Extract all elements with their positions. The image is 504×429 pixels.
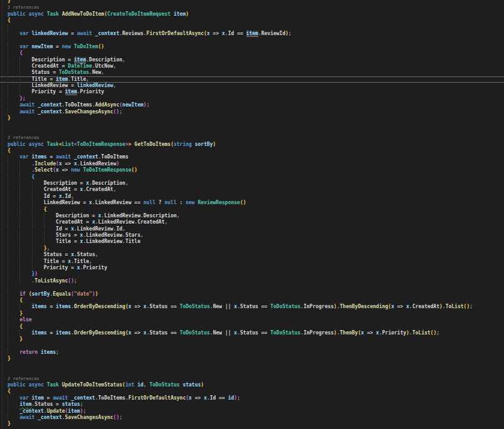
code-token: FirstOrDefaultAsync (129, 395, 186, 401)
code-line[interactable]: CreatedAt = x.CreatedAt, (8, 187, 504, 193)
code-line[interactable]: Stars = x.LinkedReview.Stars, (8, 232, 504, 239)
indent-guide (19, 187, 31, 193)
code-line[interactable]: CreatedAt = DateTime.UtcNow, (8, 63, 504, 70)
indent-guide (19, 226, 31, 232)
code-line[interactable]: { (8, 207, 504, 213)
code-line[interactable]: Priority = item.Priority (8, 89, 504, 95)
code-line[interactable]: await _context.ToDoItems.AddAsync(newIte… (8, 102, 504, 108)
code-line[interactable]: Title = x.LinkedReview.Title (8, 239, 504, 245)
code-line[interactable]: public async Task<List<ToDoItemResponse>… (8, 142, 504, 148)
indent-guide (8, 265, 19, 271)
code-line[interactable] (8, 284, 504, 291)
indent-guide (32, 239, 44, 245)
code-token: string (174, 142, 195, 147)
codelens-references[interactable]: 2 references (8, 376, 504, 382)
code-line[interactable]: var newItem = new ToDoItem() (8, 44, 504, 50)
code-line[interactable]: _context.Update(item); (8, 408, 504, 415)
code-token: ThenBy (340, 330, 358, 336)
code-line[interactable]: else (8, 317, 504, 323)
code-token: New (213, 304, 222, 309)
code-line[interactable]: }; (8, 96, 504, 102)
code-token: ToDoItems (101, 154, 128, 160)
code-line[interactable]: } (8, 115, 504, 121)
code-line[interactable]: .ToListAsync(); (8, 278, 504, 284)
code-line[interactable]: Description = x.Description, (8, 180, 504, 187)
code-line[interactable] (8, 369, 504, 375)
code-line[interactable]: { (8, 148, 504, 154)
code-line[interactable] (8, 128, 504, 135)
code-line[interactable]: Description = x.LinkedReview.Description… (8, 213, 504, 219)
code-line[interactable]: return items; (8, 349, 504, 356)
code-token: ; (288, 31, 291, 36)
code-token: SaveChangesAsync (65, 109, 113, 115)
code-line-current[interactable]: Title = item.Title, (8, 76, 504, 83)
code-token: , (125, 180, 129, 186)
code-line[interactable]: Description = item.Description, (8, 57, 504, 63)
code-line[interactable]: var items = await _context.ToDoItems (8, 154, 504, 160)
code-line[interactable]: .Include(x => x.LinkedReview) (8, 161, 504, 167)
indent-guide (8, 200, 19, 206)
code-line[interactable]: public async Task AddNewToDoItem(CreateT… (8, 11, 504, 18)
code-line[interactable]: } (8, 311, 504, 317)
code-line[interactable]: }, (8, 246, 504, 252)
code-line[interactable]: if (sortBy.Equals("date")) (8, 291, 504, 297)
indent-guide (19, 304, 31, 310)
code-line[interactable]: Id = x.LinkedReview.Id, (8, 226, 504, 232)
code-line[interactable] (8, 37, 504, 43)
code-line[interactable]: item.Status = status; (8, 401, 504, 408)
code-line[interactable]: { (8, 388, 504, 395)
code-line[interactable]: { (8, 174, 504, 180)
code-token: item (19, 401, 31, 407)
code-editor[interactable]: }2 referencespublic async Task AddNewToD… (0, 0, 504, 429)
code-line[interactable]: Id = x.Id, (8, 194, 504, 200)
indent-guide (19, 63, 31, 70)
code-line[interactable]: } (8, 421, 504, 427)
code-line[interactable]: items = items.OrderByDescending(x => x.S… (8, 304, 504, 310)
code-line[interactable]: { (8, 324, 504, 330)
code-line[interactable]: Status = ToDoStatus.New, (8, 70, 504, 76)
code-line[interactable]: Priority = x.Priority (8, 265, 504, 271)
code-line[interactable]: LinkedReview = x.LinkedReview == null ? … (8, 200, 504, 206)
code-line[interactable]: }) (8, 271, 504, 277)
code-token: async (29, 382, 47, 388)
code-line[interactable]: } (8, 356, 504, 362)
code-line[interactable]: var linkedReview = await _context.Review… (8, 31, 504, 37)
code-line[interactable] (8, 24, 504, 31)
code-token: item (32, 395, 44, 401)
code-line[interactable]: { (8, 297, 504, 304)
code-token: } (8, 356, 11, 361)
code-line[interactable]: await _context.SaveChangesAsync(); (8, 109, 504, 115)
code-line[interactable] (8, 363, 504, 369)
code-token: = (68, 265, 76, 271)
code-token: Reviews (122, 31, 144, 36)
code-line[interactable]: var item = await _context.ToDoItems.Firs… (8, 395, 504, 401)
code-line[interactable]: } (8, 336, 504, 343)
code-line[interactable]: await _context.SaveChangesAsync(); (8, 415, 504, 421)
codelens-references[interactable]: 2 references (8, 4, 504, 11)
indent-guide (32, 194, 44, 200)
code-token: Description (92, 180, 125, 186)
indent-guide (19, 76, 31, 83)
code-token: Equals (53, 291, 71, 297)
code-line[interactable]: { (8, 18, 504, 24)
code-line[interactable]: LinkedReview = linkedReview, (8, 83, 504, 89)
code-line[interactable]: .Select(x => new ToDoItemResponse() (8, 167, 504, 173)
code-line[interactable] (8, 343, 504, 349)
code-line[interactable]: Status = x.Status, (8, 252, 504, 258)
code-line[interactable]: { (8, 50, 504, 56)
code-token: , (177, 213, 180, 219)
code-token: ReviewId (261, 31, 286, 36)
code-line[interactable]: public async Task UpdateToDoItemStatus(i… (8, 382, 504, 388)
code-line[interactable]: items = items.OrderByDescending(x => x.S… (8, 330, 504, 336)
code-token: CreateToDoItemRequest (107, 11, 174, 17)
indent-guide (32, 246, 44, 252)
code-area[interactable]: }2 referencespublic async Task AddNewToD… (8, 0, 504, 428)
code-token: var (19, 395, 31, 401)
code-line[interactable]: CreatedAt = x.LinkedReview.CreatedAt, (8, 219, 504, 225)
code-token: () (464, 304, 470, 309)
code-line[interactable]: Title = x.Title, (8, 259, 504, 265)
code-line[interactable]: } (8, 0, 504, 4)
codelens-references[interactable]: 2 references (8, 135, 504, 141)
code-token: _context (38, 109, 62, 115)
code-line[interactable] (8, 121, 504, 128)
